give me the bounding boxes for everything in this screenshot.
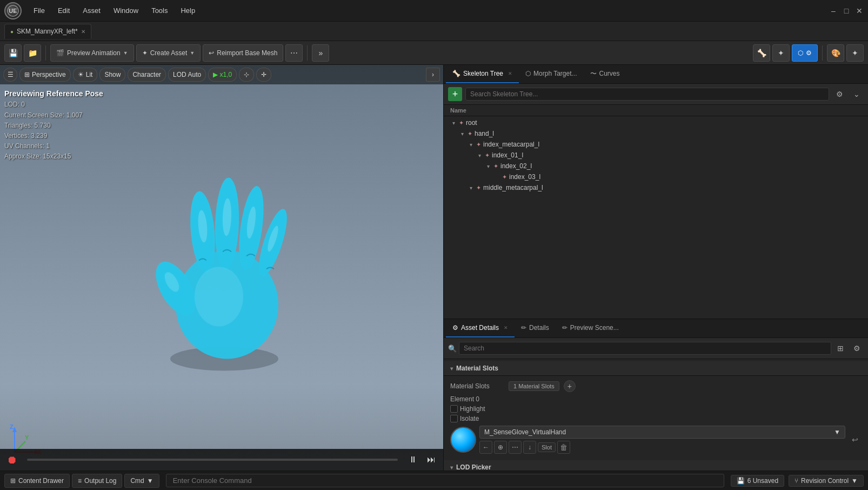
paint-settings-button[interactable]: ✦ bbox=[846, 44, 864, 62]
add-material-slot-button[interactable]: + bbox=[564, 380, 576, 392]
tree-item-middle-metacarpal[interactable]: ▾ ✦ middle_metacarpal_l bbox=[444, 182, 868, 193]
create-asset-caret: ▼ bbox=[190, 50, 195, 56]
perspective-icon: ⊞ bbox=[24, 71, 30, 78]
skeleton-search-bar: + ⚙ ⌄ bbox=[444, 84, 868, 105]
tree-item-hand-l[interactable]: ▾ ✦ hand_l bbox=[444, 128, 868, 139]
undo-material-button[interactable]: ↩ bbox=[849, 433, 862, 446]
move-button[interactable]: ✛ bbox=[256, 68, 271, 82]
material-slots-section-header[interactable]: ▾ Material Slots bbox=[444, 361, 868, 376]
tree-item-index-metacarpal[interactable]: ▾ ✦ index_metacarpal_l bbox=[444, 139, 868, 150]
tab-preview-scene[interactable]: ✏ Preview Scene... bbox=[556, 319, 625, 337]
paint-button[interactable]: 🎨 bbox=[827, 44, 844, 62]
save-button[interactable]: 💾 bbox=[4, 44, 22, 62]
tree-item-root[interactable]: ▾ ✦ root bbox=[444, 117, 868, 128]
tab-curves[interactable]: 〜 Curves bbox=[584, 65, 626, 83]
preview-animation-label: Preview Animation bbox=[67, 49, 121, 57]
highlight-checkbox-box[interactable] bbox=[450, 405, 458, 413]
create-asset-button[interactable]: ✦ Create Asset ▼ bbox=[136, 44, 201, 62]
revision-control-button[interactable]: ⑂ Revision Control ▼ bbox=[789, 475, 864, 487]
character-button[interactable]: Character bbox=[128, 68, 166, 82]
lod-auto-button[interactable]: LOD Auto bbox=[168, 68, 206, 82]
toolbar-separator-2 bbox=[307, 45, 308, 61]
mesh-button[interactable]: ⬡ ⚙ bbox=[792, 44, 818, 62]
tree-item-index-03[interactable]: ✦ index_03_l bbox=[444, 171, 868, 182]
morph-target-label: Morph Target... bbox=[533, 70, 577, 77]
skeleton-button[interactable]: 🦴 bbox=[753, 44, 770, 62]
menu-window[interactable]: Window bbox=[108, 4, 144, 17]
pause-button[interactable]: ⏸ bbox=[405, 452, 420, 467]
tab-close-button[interactable]: ✕ bbox=[81, 29, 85, 35]
next-frame-button[interactable]: ⏭ bbox=[424, 452, 439, 467]
show-button[interactable]: Show bbox=[99, 68, 125, 82]
tab-details[interactable]: ✏ Details bbox=[515, 319, 556, 337]
isolate-checkbox-box[interactable] bbox=[450, 415, 458, 422]
perspective-button[interactable]: ⊞ Perspective bbox=[19, 68, 71, 82]
tab-bar: ● SKM_MannyXR_left* ✕ bbox=[0, 22, 868, 41]
tab-morph-target[interactable]: ⬡ Morph Target... bbox=[519, 65, 583, 83]
menu-edit[interactable]: Edit bbox=[52, 4, 75, 17]
skeleton-search-input[interactable] bbox=[465, 88, 829, 101]
svg-text:UE: UE bbox=[9, 8, 17, 14]
document-tab[interactable]: ● SKM_MannyXR_left* ✕ bbox=[4, 24, 91, 39]
mouse-button[interactable]: ⊹ bbox=[239, 68, 254, 82]
add-bone-button[interactable]: + bbox=[448, 87, 462, 101]
skeleton-settings-button[interactable]: ✦ bbox=[772, 44, 790, 62]
viewport-menu-button[interactable]: ☰ bbox=[3, 68, 17, 82]
tab-asset-details[interactable]: ⚙ Asset Details ✕ bbox=[446, 319, 515, 337]
material-thumbnail[interactable] bbox=[450, 427, 476, 453]
asset-details-search-input[interactable] bbox=[459, 342, 831, 355]
copy-material-button[interactable]: ⊕ bbox=[494, 441, 507, 454]
lit-button[interactable]: ☀ Lit bbox=[73, 68, 98, 82]
folder-button[interactable]: 📁 bbox=[24, 44, 41, 62]
console-input[interactable] bbox=[166, 474, 724, 487]
content-drawer-button[interactable]: ⊞ Content Drawer bbox=[4, 474, 70, 488]
asset-details-label: Asset Details bbox=[461, 324, 499, 332]
skeleton-column-header: Name bbox=[444, 105, 868, 116]
skeleton-tree-tab-close[interactable]: ✕ bbox=[508, 71, 512, 76]
create-asset-label: Create Asset bbox=[150, 49, 188, 57]
minimize-button[interactable]: – bbox=[829, 6, 838, 15]
asset-details-tab-close[interactable]: ✕ bbox=[504, 325, 508, 330]
maximize-button[interactable]: □ bbox=[842, 6, 851, 15]
reimport-icon: ↩ bbox=[209, 49, 214, 57]
delete-material-button[interactable]: 🗑 bbox=[557, 441, 570, 454]
menu-tools[interactable]: Tools bbox=[146, 4, 173, 17]
skeleton-tree-icon: 🦴 bbox=[452, 70, 460, 77]
preview-animation-icon: 🎬 bbox=[56, 49, 64, 57]
skeleton-settings-button[interactable]: ⚙ bbox=[832, 87, 846, 101]
close-button[interactable]: ✕ bbox=[855, 6, 864, 15]
play-speed-button[interactable]: ▶ x1,0 bbox=[208, 68, 237, 82]
arrow-middle-metacarpal: ▾ bbox=[468, 185, 474, 191]
browse-material-button[interactable]: ← bbox=[479, 441, 492, 454]
viewport[interactable]: ☰ ⊞ Perspective ☀ Lit Show Character LOD… bbox=[0, 65, 443, 471]
menu-file[interactable]: File bbox=[28, 4, 50, 17]
isolate-checkbox[interactable]: Isolate bbox=[450, 415, 479, 422]
expand-button[interactable]: » bbox=[312, 44, 329, 62]
preview-animation-button[interactable]: 🎬 Preview Animation ▼ bbox=[50, 44, 134, 62]
material-slots-arrow: ▾ bbox=[450, 366, 453, 372]
highlight-checkbox[interactable]: Highlight bbox=[450, 405, 485, 413]
reimport-button[interactable]: ↩ Reimport Base Mesh bbox=[203, 44, 283, 62]
unsaved-badge[interactable]: 💾 6 Unsaved bbox=[731, 475, 784, 487]
skeleton-expand-button[interactable]: ⌄ bbox=[850, 87, 864, 101]
cmd-button[interactable]: Cmd ▼ bbox=[124, 474, 159, 488]
skeleton-tree[interactable]: ▾ ✦ root ▾ ✦ hand_l ▾ ✦ index_metacarpal… bbox=[444, 116, 868, 319]
viewport-chevron-button[interactable]: › bbox=[426, 68, 440, 82]
output-log-button[interactable]: ≡ Output Log bbox=[72, 474, 122, 488]
lod-picker-section-header[interactable]: ▾ LOD Picker bbox=[444, 460, 868, 471]
asset-details-settings-button[interactable]: ⚙ bbox=[850, 341, 864, 355]
menu-asset[interactable]: Asset bbox=[77, 4, 106, 17]
viewport-toolbar: ☰ ⊞ Perspective ☀ Lit Show Character LOD… bbox=[0, 65, 443, 84]
asset-details-grid-button[interactable]: ⊞ bbox=[833, 341, 847, 355]
arrow-index-03 bbox=[493, 174, 500, 180]
tree-item-index-02[interactable]: ▾ ✦ index_02_l bbox=[444, 161, 868, 171]
material-name-dropdown[interactable]: M_SenseGlove_VirtualHand ▼ bbox=[479, 426, 845, 439]
timeline-scrubber[interactable] bbox=[27, 459, 398, 461]
tree-item-index-01[interactable]: ▾ ✦ index_01_l bbox=[444, 150, 868, 161]
more-options-button[interactable]: ⋯ bbox=[285, 44, 303, 62]
tab-skeleton-tree[interactable]: 🦴 Skeleton Tree ✕ bbox=[446, 65, 519, 83]
record-button[interactable]: ⏺ bbox=[4, 452, 19, 467]
material-arrow-down[interactable]: ↓ bbox=[523, 441, 536, 454]
menu-help[interactable]: Help bbox=[175, 4, 201, 17]
material-options-button[interactable]: ⋯ bbox=[509, 441, 522, 454]
